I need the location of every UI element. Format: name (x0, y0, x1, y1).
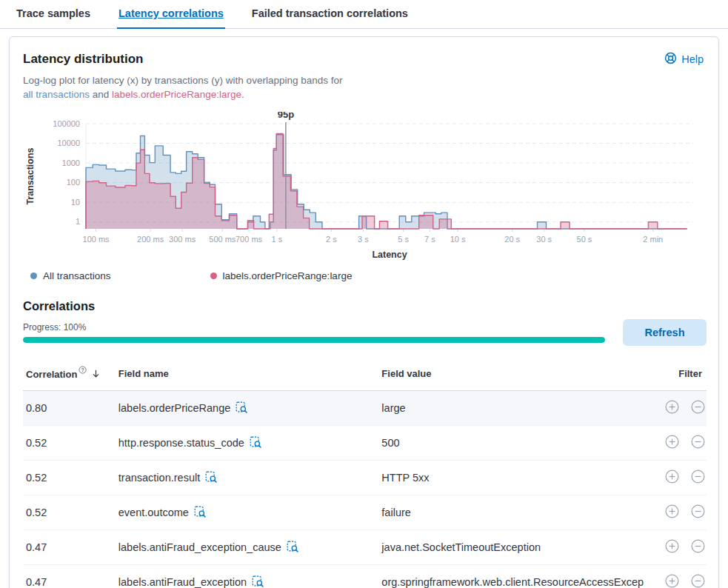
filter-out-value-icon[interactable] (691, 574, 705, 588)
svg-text:Latency: Latency (372, 250, 407, 260)
column-header-correlation[interactable]: Correlation? (23, 358, 116, 391)
svg-text:20 s: 20 s (504, 235, 520, 244)
legend-item-order-price-range[interactable]: labels.orderPriceRange:large (210, 270, 353, 281)
filter-for-value-icon[interactable] (665, 435, 679, 451)
field-statistics-icon[interactable] (252, 575, 264, 588)
svg-text:1000: 1000 (62, 158, 80, 167)
help-link[interactable]: Help (664, 52, 704, 67)
correlation-value: 0.52 (23, 426, 116, 461)
field-value-value: org.springframework.web.client.ResourceA… (381, 575, 644, 588)
svg-text:1: 1 (76, 217, 80, 226)
column-header-field-value[interactable]: Field value (378, 358, 662, 391)
filter-out-value-icon[interactable] (691, 400, 705, 416)
tab-latency-correlations[interactable]: Latency correlations (117, 0, 225, 29)
table-row[interactable]: 0.52 event.outcome failure (23, 495, 707, 530)
field-value-value: 500 (381, 435, 399, 451)
filter-out-value-icon[interactable] (691, 504, 705, 521)
svg-text:30 s: 30 s (536, 235, 552, 244)
table-row[interactable]: 0.80 labels.orderPriceRange large (23, 391, 707, 426)
correlation-value: 0.47 (23, 530, 116, 565)
field-statistics-icon[interactable] (205, 471, 217, 485)
svg-text:10 s: 10 s (450, 235, 466, 244)
field-statistics-icon[interactable] (287, 541, 298, 555)
field-statistics-icon[interactable] (236, 401, 247, 415)
progress-block: Progress: 100% (23, 322, 605, 343)
question-in-circle-icon[interactable]: ? (79, 365, 87, 376)
help-icon (664, 52, 677, 67)
correlation-value: 0.80 (23, 391, 116, 426)
progress-label: Progress: 100% (23, 322, 605, 333)
filter-for-value-icon[interactable] (665, 574, 679, 588)
svg-text:200 ms: 200 ms (137, 235, 164, 244)
field-value-value: java.net.SocketTimeoutException (381, 540, 541, 555)
svg-text:Transactions: Transactions (25, 147, 36, 204)
column-header-filter: Filter (662, 358, 707, 391)
svg-text:500 ms: 500 ms (209, 235, 236, 244)
all-transactions-link[interactable]: all transactions (23, 89, 90, 100)
legend-dot-blue (30, 273, 37, 279)
field-name-value: labels.orderPriceRange (118, 402, 231, 414)
latency-correlations-panel: Latency distribution Help Log-log plot f… (9, 36, 719, 588)
filter-for-value-icon[interactable] (665, 470, 679, 486)
chart-canvas: 110100100010000100000100 ms200 ms300 ms5… (23, 112, 708, 260)
filter-for-value-icon[interactable] (665, 504, 679, 521)
table-row[interactable]: 0.52 http.response.status_code 500 (23, 426, 707, 461)
legend-label-all: All transactions (43, 270, 111, 281)
field-name-value: transaction.result (118, 472, 200, 484)
column-header-field-name[interactable]: Field name (116, 358, 379, 391)
svg-text:95p: 95p (278, 112, 294, 120)
legend-item-all-transactions[interactable]: All transactions (30, 270, 111, 281)
svg-text:?: ? (81, 367, 84, 372)
latency-distribution-chart[interactable]: 110100100010000100000100 ms200 ms300 ms5… (23, 112, 707, 263)
legend-label-large: labels.orderPriceRange:large (223, 270, 353, 281)
filter-out-value-icon[interactable] (691, 435, 705, 451)
chart-description: Log-log plot for latency (x) by transact… (23, 73, 707, 101)
description-line1: Log-log plot for latency (x) by transact… (23, 73, 707, 87)
svg-text:700 ms: 700 ms (236, 235, 263, 244)
field-statistics-icon[interactable] (250, 436, 261, 450)
order-price-range-link[interactable]: labels.orderPriceRange:large (112, 89, 241, 100)
tab-bar: Trace samples Latency correlations Faile… (0, 0, 728, 29)
sort-descending-icon[interactable] (91, 370, 101, 381)
svg-text:100: 100 (67, 178, 80, 187)
svg-text:300 ms: 300 ms (169, 235, 196, 244)
help-label: Help (681, 53, 704, 65)
correlation-header-label: Correlation (26, 369, 77, 380)
filter-for-value-icon[interactable] (665, 539, 679, 555)
field-value-value: large (381, 401, 405, 416)
description-period: . (241, 89, 244, 100)
svg-text:50 s: 50 s (577, 235, 592, 244)
progress-bar (23, 337, 605, 343)
field-name-value: http.response.status_code (118, 437, 244, 449)
svg-text:5 s: 5 s (398, 235, 409, 244)
field-value-value: failure (381, 505, 411, 521)
legend-dot-pink (210, 273, 217, 279)
field-name-value: labels.antiFraud_exception (118, 576, 247, 588)
filter-out-value-icon[interactable] (691, 470, 705, 486)
chart-legend: All transactions labels.orderPriceRange:… (30, 270, 707, 281)
svg-text:1 s: 1 s (272, 235, 283, 244)
refresh-button[interactable]: Refresh (623, 319, 707, 346)
table-row[interactable]: 0.47 labels.antiFraud_exception_cause ja… (23, 530, 707, 565)
svg-text:2 min: 2 min (643, 235, 663, 244)
table-row[interactable]: 0.52 transaction.result HTTP 5xx (23, 461, 707, 495)
filter-for-value-icon[interactable] (665, 400, 679, 416)
field-statistics-icon[interactable] (194, 506, 206, 520)
field-value-value: HTTP 5xx (381, 470, 429, 486)
correlations-heading: Correlations (23, 299, 707, 313)
filter-out-value-icon[interactable] (691, 539, 705, 555)
correlation-value: 0.52 (23, 495, 116, 530)
svg-text:10: 10 (71, 198, 80, 207)
page-title: Latency distribution (23, 52, 143, 67)
svg-text:3 s: 3 s (358, 235, 369, 244)
svg-text:2 s: 2 s (326, 235, 337, 244)
tab-failed-transaction-correlations[interactable]: Failed transaction correlations (250, 0, 410, 29)
description-and: and (90, 89, 112, 100)
correlations-table: Correlation? Field name Field value Filt… (23, 358, 707, 588)
correlation-value: 0.47 (23, 565, 116, 588)
field-name-value: event.outcome (118, 507, 189, 518)
svg-text:100 ms: 100 ms (83, 235, 110, 244)
tab-trace-samples[interactable]: Trace samples (15, 0, 92, 29)
table-row[interactable]: 0.47 labels.antiFraud_exception org.spri… (23, 565, 707, 588)
svg-text:10000: 10000 (57, 138, 80, 147)
